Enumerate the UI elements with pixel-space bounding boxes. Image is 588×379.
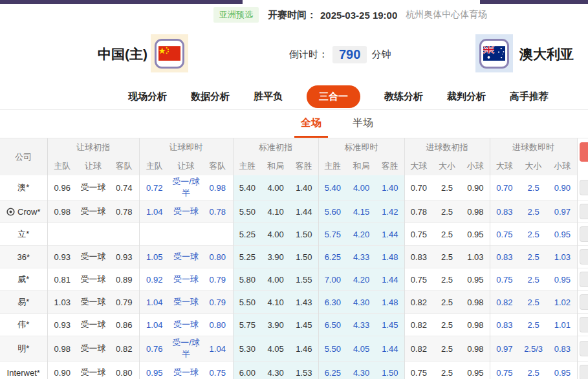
odds-cell-handicap_live-2: 0.80 xyxy=(202,314,233,336)
company-name[interactable]: 明* xyxy=(0,336,47,362)
odds-cell-std_live-1: 4.20 xyxy=(347,268,376,291)
odds-cell-std_live-2: 1.42 xyxy=(376,200,404,223)
odds-cell-goals_live-2: 1.03 xyxy=(548,246,577,268)
tab-three-in-one[interactable]: 三合一 xyxy=(307,85,360,108)
company-name[interactable]: 易* xyxy=(0,291,47,314)
odds-table: 公司让球初指让球即时标准初指标准即时进球数初指进球数即时主队让球客队主队让球客队… xyxy=(0,138,588,379)
odds-cell-std_init-2: 1.40 xyxy=(290,175,318,200)
odds-cell-goals_live-2: 0.95 xyxy=(548,223,577,246)
odds-cell-goals_init-1: 2.5 xyxy=(433,175,461,200)
company-name[interactable]: 36* xyxy=(0,246,47,268)
odds-cell-std_init-1: 4.00 xyxy=(261,268,290,291)
odds-cell-handicap_live-0: 1.05 xyxy=(139,246,169,268)
sub-header-2-1: 和局 xyxy=(261,157,290,175)
odds-cell-handicap_init-2: 0.86 xyxy=(109,314,139,336)
odds-cell-std_init-1: 4.30 xyxy=(261,362,290,379)
odds-cell-handicap_live-0: 0.72 xyxy=(139,175,169,200)
odds-cell-goals_init-1: 2.5 xyxy=(433,246,461,268)
odds-cell-std_init-1: 4.00 xyxy=(261,175,290,200)
odds-cell-std_live-0: 5.50 xyxy=(318,336,347,362)
odds-cell-goals_init-1: 2.5 xyxy=(433,336,461,362)
odds-cell-std_live-0: 5.40 xyxy=(318,175,347,200)
row-action-pill[interactable] xyxy=(580,365,588,379)
company-name[interactable]: Interwet* xyxy=(0,362,47,379)
odds-cell-std_live-0: 6.30 xyxy=(318,291,347,314)
odds-cell-std_init-0: 5.25 xyxy=(233,223,261,246)
cutoff-cell xyxy=(577,314,588,336)
odds-cell-std_init-1: 4.10 xyxy=(261,291,290,314)
tab-coach-analysis[interactable]: 教练分析 xyxy=(384,91,423,103)
odds-cell-handicap_init-2: 0.74 xyxy=(109,175,139,200)
row-action-pill[interactable] xyxy=(580,341,588,356)
cutoff-cell xyxy=(577,268,588,291)
odds-cell-std_live-2: 1.45 xyxy=(376,314,404,336)
odds-cell-goals_init-0: 0.82 xyxy=(404,291,433,314)
odds-cell-handicap_init-0: 1.03 xyxy=(47,291,77,314)
odds-cell-goals_live-2: 0.97 xyxy=(548,200,577,223)
odds-cell-handicap_init-1 xyxy=(77,223,109,246)
row-action-pill[interactable] xyxy=(580,272,588,287)
odds-cell-std_init-0: 5.50 xyxy=(233,200,261,223)
odds-cell-handicap_init-2: 0.78 xyxy=(109,200,139,223)
cutoff-column-header xyxy=(577,138,588,175)
company-name[interactable]: 立* xyxy=(0,223,47,246)
tab-live-analysis[interactable]: 现场分析 xyxy=(128,91,167,103)
sub-header-2-2: 客胜 xyxy=(290,157,318,175)
odds-row-4: 威*0.81受一球0.890.92受一球0.795.804.001.557.00… xyxy=(0,268,588,291)
odds-row-6: 伟*0.93受一球0.861.04受一球0.805.753.901.456.50… xyxy=(0,314,588,336)
cutoff-cell xyxy=(577,291,588,314)
row-action-pill[interactable] xyxy=(580,294,588,310)
odds-cell-std_init-2: 1.46 xyxy=(290,336,318,362)
odds-cell-handicap_live-0 xyxy=(139,223,169,246)
company-name[interactable]: Crow* xyxy=(0,200,47,223)
odds-row-3: 36*0.93受一球0.931.05受一球0.805.253.901.506.2… xyxy=(0,246,588,268)
tab-win-draw-lose[interactable]: 胜平负 xyxy=(254,91,283,103)
cutoff-red-pill[interactable] xyxy=(580,142,588,162)
odds-cell-goals_live-0: 0.83 xyxy=(490,246,519,268)
tab-data-analysis[interactable]: 数据分析 xyxy=(191,91,230,103)
row-action-pill[interactable] xyxy=(580,317,588,332)
row-action-pill[interactable] xyxy=(580,249,588,265)
company-name[interactable]: 威* xyxy=(0,268,47,291)
odds-cell-std_live-1: 4.30 xyxy=(347,362,376,379)
odds-cell-handicap_init-1: 受一球 xyxy=(77,336,109,362)
odds-cell-goals_init-2: 0.98 xyxy=(461,200,490,223)
row-action-pill[interactable] xyxy=(580,204,588,219)
tab-expert-picks[interactable]: 高手推荐 xyxy=(510,91,549,103)
odds-cell-handicap_live-2: 0.79 xyxy=(202,268,233,291)
tab-referee-analysis[interactable]: 裁判分析 xyxy=(447,91,486,103)
row-action-pill[interactable] xyxy=(580,226,588,242)
odds-cell-std_init-1: 4.10 xyxy=(261,200,290,223)
group-header-1: 让球即时 xyxy=(139,138,233,157)
odds-cell-goals_init-0: 0.70 xyxy=(404,175,433,200)
match-info-row: 亚洲预选 开赛时间： 2025-03-25 19:00 杭州奥体中心体育场 xyxy=(0,7,588,23)
odds-cell-goals_live-0: 0.82 xyxy=(490,291,519,314)
sub-header-5-2: 小球 xyxy=(548,157,577,175)
company-name[interactable]: 伟* xyxy=(0,314,47,336)
group-header-0: 让球初指 xyxy=(47,138,139,157)
top-accent-bar-left xyxy=(0,0,243,4)
odds-table-header: 公司让球初指让球即时标准初指标准即时进球数初指进球数即时主队让球客队主队让球客队… xyxy=(0,138,588,175)
odds-cell-std_init-1: 3.90 xyxy=(261,246,290,268)
sub-header-4-0: 大球 xyxy=(404,157,433,175)
odds-cell-goals_live-0: 0.75 xyxy=(490,268,519,291)
odds-cell-handicap_live-0: 1.04 xyxy=(139,291,169,314)
odds-cell-handicap_init-1: 受一球 xyxy=(77,200,109,223)
group-header-4: 进球数初指 xyxy=(404,138,490,157)
row-action-pill[interactable] xyxy=(580,180,588,195)
odds-cell-std_init-1: 4.05 xyxy=(261,336,290,362)
odds-cell-goals_init-2: 0.95 xyxy=(461,223,490,246)
company-name[interactable]: 澳* xyxy=(0,175,47,200)
odds-cell-std_init-2: 1.50 xyxy=(290,246,318,268)
group-header-5: 进球数即时 xyxy=(490,138,577,157)
odds-cell-handicap_init-0 xyxy=(47,223,77,246)
odds-cell-handicap_init-1: 受一球 xyxy=(77,268,109,291)
odds-cell-handicap_live-1: 受一球 xyxy=(169,291,202,314)
odds-cell-goals_live-1: 2.5 xyxy=(519,223,548,246)
odds-cell-handicap_live-2: 0.80 xyxy=(202,246,233,268)
odds-cell-goals_init-2: 1.03 xyxy=(461,246,490,268)
tab-full-match[interactable]: 全场 xyxy=(294,116,328,138)
odds-cell-handicap_live-1: 受一球 xyxy=(169,268,202,291)
tab-half-match[interactable]: 半场 xyxy=(346,116,380,138)
cutoff-cell xyxy=(577,336,588,362)
